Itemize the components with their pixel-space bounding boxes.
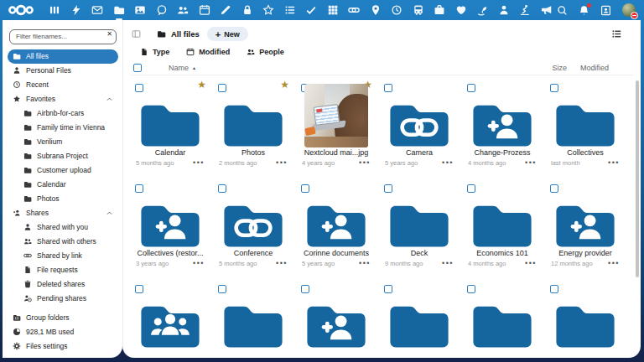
sidebar-item-photos[interactable]: Photos: [18, 192, 118, 206]
app-mail-icon[interactable]: [91, 4, 103, 16]
app-files-icon[interactable]: [113, 4, 125, 16]
view-toggle-icon[interactable]: [611, 28, 622, 39]
file-checkbox[interactable]: [384, 184, 392, 193]
sidebar-item-airbnb-for-cars[interactable]: Airbnb-for-cars: [18, 106, 118, 121]
file-checkbox[interactable]: [135, 84, 143, 92]
file-checkbox[interactable]: [467, 285, 475, 293]
folder-icon[interactable]: [222, 299, 284, 349]
file-tile-calendar[interactable]: ★Calendar5 months ago•••: [133, 82, 207, 167]
file-checkbox[interactable]: [135, 184, 143, 193]
app-announcements-icon[interactable]: [541, 4, 553, 16]
app-passwords-icon[interactable]: [242, 4, 253, 16]
app-dashboard-icon[interactable]: [49, 4, 60, 16]
file-tile[interactable]: [465, 283, 539, 354]
file-checkbox[interactable]: [467, 84, 475, 92]
notifications-icon[interactable]: [579, 5, 589, 16]
file-tile-camera[interactable]: Camera5 years ago•••: [382, 82, 456, 167]
app-tasks-icon[interactable]: [284, 4, 296, 16]
column-size[interactable]: Size: [552, 64, 567, 72]
contacts-menu-icon[interactable]: [600, 5, 611, 16]
file-checkbox[interactable]: [135, 285, 143, 293]
app-sport-icon[interactable]: [519, 4, 531, 16]
file-tile-nextcloud-mai-jpg[interactable]: ★Nextcloud mai...jpg4 years ago•••: [299, 82, 373, 167]
sidebar-item-file-requests[interactable]: File requests: [18, 263, 118, 277]
app-talk-icon[interactable]: [156, 4, 168, 16]
folder-link-icon[interactable]: [222, 199, 284, 248]
sidebar-item-928-1-mb-used[interactable]: 928,1 MB used: [8, 324, 118, 339]
app-time-icon[interactable]: [391, 4, 402, 16]
folder-icon[interactable]: [222, 98, 284, 147]
new-button[interactable]: + New: [207, 27, 248, 41]
filter-chip-type[interactable]: Type: [140, 48, 169, 56]
file-actions-icon[interactable]: •••: [608, 261, 620, 266]
sidebar-item-all-files[interactable]: All files: [8, 49, 118, 64]
app-approvals-icon[interactable]: [305, 4, 317, 16]
folder-icon[interactable]: [388, 299, 450, 349]
search-icon[interactable]: [557, 5, 568, 16]
file-tile[interactable]: [216, 283, 290, 354]
file-checkbox[interactable]: [218, 184, 226, 193]
file-actions-icon[interactable]: •••: [193, 261, 205, 266]
folder-group-icon[interactable]: [139, 299, 201, 349]
sidebar-item-group-folders[interactable]: Group folders: [8, 310, 118, 324]
sidebar-item-calendar[interactable]: Calendar: [18, 178, 118, 192]
select-all-checkbox[interactable]: [133, 64, 142, 72]
sidebar-item-shared-with-you[interactable]: Shared with you: [18, 220, 118, 235]
folder-icon[interactable]: [554, 98, 616, 147]
file-checkbox[interactable]: [467, 184, 475, 193]
sidebar-item-family-time-in-vienna[interactable]: Family time in Vienna: [18, 121, 118, 135]
file-actions-icon[interactable]: •••: [359, 160, 371, 165]
sidebar-item-shared-with-others[interactable]: Shared with others: [18, 235, 118, 249]
user-avatar[interactable]: [622, 3, 636, 17]
file-checkbox[interactable]: [384, 285, 392, 293]
app-calendar-icon[interactable]: [199, 4, 210, 16]
file-tile-conference[interactable]: Conference5 months ago•••: [216, 183, 290, 267]
file-actions-icon[interactable]: •••: [442, 261, 454, 266]
file-tile[interactable]: [548, 283, 622, 354]
folder-icon[interactable]: [471, 199, 533, 248]
file-actions-icon[interactable]: •••: [276, 261, 288, 266]
sidebar-item-subrana-project[interactable]: Subrana Project: [18, 149, 118, 163]
app-profile-icon[interactable]: [498, 4, 510, 16]
panel-toggle-icon[interactable]: [132, 29, 141, 39]
file-actions-icon[interactable]: •••: [193, 160, 205, 165]
folder-icon[interactable]: [388, 199, 450, 248]
app-photos-icon[interactable]: [134, 4, 146, 16]
app-maps-icon[interactable]: [370, 4, 382, 16]
sidebar-item-pending-shares[interactable]: Pending shares: [18, 292, 118, 306]
chevron-up-icon[interactable]: [106, 96, 113, 103]
folder-icon[interactable]: [554, 299, 616, 349]
app-related-icon[interactable]: [348, 4, 360, 16]
file-checkbox[interactable]: [301, 184, 309, 193]
sidebar-item-files-settings[interactable]: Files settings: [8, 339, 118, 353]
sidebar-item-personal-files[interactable]: Personal Files: [8, 64, 118, 78]
filter-chip-people[interactable]: People: [247, 48, 284, 56]
file-tile-change-prozess[interactable]: Change-Prozess4 months ago•••: [465, 82, 539, 167]
folder-shared-icon[interactable]: [471, 98, 533, 147]
file-tile-economics-101[interactable]: Economics 1014 months ago•••: [465, 183, 539, 267]
sidebar-item-verilium[interactable]: Verilium: [18, 135, 118, 149]
file-actions-icon[interactable]: •••: [608, 160, 620, 165]
app-activity-icon[interactable]: [70, 4, 82, 16]
folder-link-icon[interactable]: [388, 98, 450, 147]
app-sustainability-icon[interactable]: [476, 4, 488, 16]
chevron-up-icon[interactable]: [106, 209, 113, 217]
sidebar-item-shared-by-link[interactable]: Shared by link: [18, 249, 118, 263]
column-modified[interactable]: Modified: [580, 64, 609, 72]
file-tile[interactable]: [382, 283, 456, 354]
folder-shared-icon[interactable]: [554, 199, 616, 248]
scrollbar[interactable]: [636, 80, 639, 277]
clear-filter-icon[interactable]: ✕: [106, 29, 112, 39]
app-transport-icon[interactable]: [413, 4, 424, 16]
folder-icon[interactable]: [471, 299, 533, 349]
column-name[interactable]: Name▲: [169, 64, 196, 72]
file-tile[interactable]: [133, 283, 207, 354]
file-actions-icon[interactable]: •••: [276, 160, 288, 165]
nextcloud-logo-icon[interactable]: [7, 3, 35, 17]
file-tile-collectives[interactable]: Collectiveslast month•••: [548, 82, 622, 167]
filter-chip-modified[interactable]: Modified: [186, 48, 230, 56]
app-health-icon[interactable]: [455, 4, 467, 16]
file-checkbox[interactable]: [218, 285, 226, 293]
breadcrumb[interactable]: All files: [157, 29, 200, 39]
app-collectives-icon[interactable]: [262, 4, 274, 16]
